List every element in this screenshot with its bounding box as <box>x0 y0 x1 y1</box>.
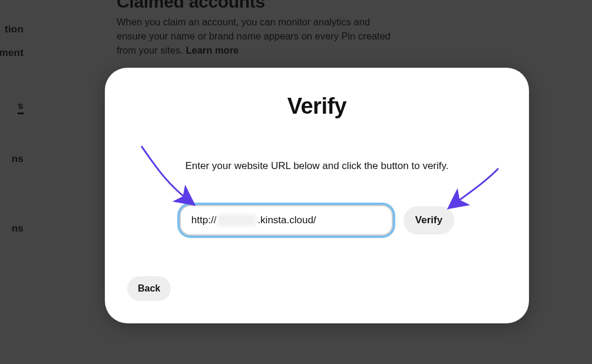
screenshot-root: tion ment s ns ns Claimed accounts When … <box>0 0 592 364</box>
back-button[interactable]: Back <box>127 276 171 301</box>
claimed-accounts-section: Claimed accounts When you claim an accou… <box>117 0 470 58</box>
sidebar-item-fragment-1[interactable]: ment <box>0 41 47 65</box>
sidebar-item-fragment-3[interactable]: ns <box>0 147 47 171</box>
sidebar-item-fragment-4[interactable]: ns <box>0 217 47 240</box>
modal-title: Verify <box>128 94 505 119</box>
learn-more-link[interactable]: Learn more <box>186 45 239 55</box>
section-description: When you claim an account, you can monit… <box>117 15 399 58</box>
settings-sidebar: tion ment s ns ns <box>0 0 47 364</box>
verify-modal: Verify Enter your website URL below and … <box>105 68 529 323</box>
url-prefix-text: http:// <box>191 214 217 226</box>
sidebar-item-fragment-2[interactable]: s <box>0 94 47 118</box>
url-redacted-segment <box>217 214 256 226</box>
verify-button[interactable]: Verify <box>404 206 454 234</box>
modal-instruction: Enter your website URL below and click t… <box>128 160 505 172</box>
website-url-input[interactable]: http:// .kinsta.cloud/ <box>180 205 393 236</box>
verify-input-row: http:// .kinsta.cloud/ Verify <box>128 205 505 236</box>
url-suffix-text: .kinsta.cloud/ <box>257 214 316 226</box>
sidebar-item-fragment-0[interactable]: tion <box>0 18 47 41</box>
section-title: Claimed accounts <box>117 0 470 12</box>
